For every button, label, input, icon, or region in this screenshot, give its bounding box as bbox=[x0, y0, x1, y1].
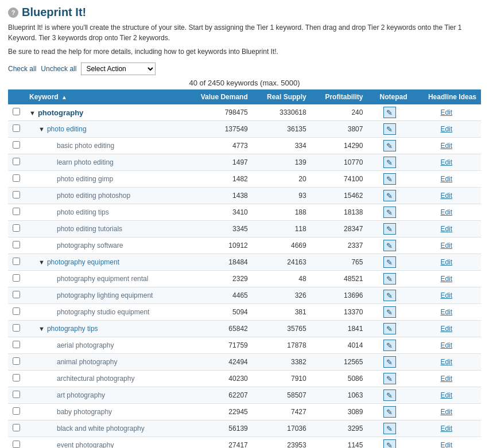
select-action-dropdown[interactable]: Select Action bbox=[81, 63, 156, 75]
keyword-label[interactable]: photo editing photoshop bbox=[29, 192, 130, 200]
row-checkbox[interactable] bbox=[13, 224, 20, 232]
row-checkbox[interactable] bbox=[13, 274, 20, 282]
notepad-icon[interactable]: ✎ bbox=[383, 107, 396, 118]
notepad-icon[interactable]: ✎ bbox=[383, 356, 396, 368]
row-checkbox[interactable] bbox=[13, 424, 20, 431]
edit-link[interactable]: Edit bbox=[440, 158, 452, 166]
keyword-label[interactable]: aerial photography bbox=[29, 341, 114, 349]
edit-link[interactable]: Edit bbox=[440, 175, 452, 183]
row-checkbox[interactable] bbox=[13, 158, 20, 165]
edit-link[interactable]: Edit bbox=[440, 424, 452, 433]
notepad-icon[interactable]: ✎ bbox=[383, 306, 396, 318]
row-checkbox[interactable] bbox=[13, 174, 20, 182]
edit-link[interactable]: Edit bbox=[440, 441, 452, 448]
row-value-demand: 4465 bbox=[185, 287, 253, 304]
row-notepad-cell: ✎ bbox=[367, 138, 412, 154]
row-checkbox[interactable] bbox=[13, 208, 20, 215]
notepad-icon[interactable]: ✎ bbox=[383, 406, 396, 418]
notepad-icon[interactable]: ✎ bbox=[383, 439, 396, 448]
row-checkbox[interactable] bbox=[13, 124, 20, 132]
edit-link[interactable]: Edit bbox=[440, 225, 452, 233]
notepad-icon[interactable]: ✎ bbox=[383, 256, 396, 268]
row-value-demand: 27417 bbox=[185, 437, 253, 449]
edit-link[interactable]: Edit bbox=[440, 291, 452, 299]
notepad-icon[interactable]: ✎ bbox=[383, 389, 396, 401]
notepad-icon[interactable]: ✎ bbox=[383, 123, 396, 135]
notepad-icon[interactable]: ✎ bbox=[383, 173, 396, 185]
notepad-icon[interactable]: ✎ bbox=[383, 240, 396, 251]
notepad-icon[interactable]: ✎ bbox=[383, 323, 396, 334]
edit-link[interactable]: Edit bbox=[440, 358, 452, 366]
notepad-icon[interactable]: ✎ bbox=[383, 157, 396, 168]
keyword-label[interactable]: animal photography bbox=[29, 358, 117, 366]
edit-link[interactable]: Edit bbox=[440, 408, 452, 416]
edit-link[interactable]: Edit bbox=[440, 258, 452, 266]
edit-link[interactable]: Edit bbox=[440, 308, 452, 316]
row-checkbox[interactable] bbox=[13, 441, 20, 448]
keyword-label[interactable]: art photography bbox=[29, 391, 105, 399]
notepad-icon[interactable]: ✎ bbox=[383, 423, 396, 434]
edit-link[interactable]: Edit bbox=[440, 275, 452, 283]
table-header-row: Keyword ▲ Value Demand Real Supply Profi… bbox=[8, 89, 481, 104]
notepad-icon[interactable]: ✎ bbox=[383, 290, 396, 301]
edit-link[interactable]: Edit bbox=[440, 341, 452, 349]
notepad-icon[interactable]: ✎ bbox=[383, 373, 396, 384]
row-profitability: 48521 bbox=[311, 271, 368, 287]
row-headline-ideas-cell: Edit bbox=[412, 221, 482, 237]
notepad-icon[interactable]: ✎ bbox=[383, 340, 396, 351]
keyword-label[interactable]: ▼photography tips bbox=[29, 325, 98, 333]
row-checkbox[interactable] bbox=[13, 407, 20, 415]
keyword-label[interactable]: event photography bbox=[29, 441, 114, 448]
edit-link[interactable]: Edit bbox=[440, 241, 452, 250]
edit-link[interactable]: Edit bbox=[440, 375, 452, 383]
edit-link[interactable]: Edit bbox=[440, 391, 452, 399]
row-profitability: 18138 bbox=[311, 204, 368, 221]
row-real-supply: 334 bbox=[253, 138, 311, 154]
help-icon[interactable]: ? bbox=[8, 7, 18, 18]
keyword-label[interactable]: baby photography bbox=[29, 408, 112, 416]
row-checkbox[interactable] bbox=[13, 324, 20, 332]
keyword-label[interactable]: ▼photography bbox=[29, 108, 83, 117]
notepad-icon[interactable]: ✎ bbox=[383, 223, 396, 235]
keyword-label[interactable]: black and white photography bbox=[29, 424, 145, 433]
row-checkbox[interactable] bbox=[13, 241, 20, 248]
row-checkbox[interactable] bbox=[13, 258, 20, 265]
keyword-label[interactable]: learn photo editing bbox=[29, 158, 114, 166]
notepad-icon[interactable]: ✎ bbox=[383, 190, 396, 201]
edit-link[interactable]: Edit bbox=[440, 192, 452, 200]
row-checkbox[interactable] bbox=[13, 307, 20, 315]
row-checkbox-cell bbox=[8, 204, 25, 221]
check-all-link[interactable]: Check all bbox=[8, 65, 36, 73]
edit-link[interactable]: Edit bbox=[440, 125, 452, 133]
row-notepad-cell: ✎ bbox=[367, 337, 412, 354]
keyword-table: Keyword ▲ Value Demand Real Supply Profi… bbox=[8, 89, 481, 448]
header-keyword[interactable]: Keyword ▲ bbox=[25, 89, 185, 104]
keyword-label[interactable]: ▼photography equipment bbox=[29, 258, 119, 266]
notepad-icon[interactable]: ✎ bbox=[383, 273, 396, 285]
row-checkbox[interactable] bbox=[13, 357, 20, 365]
edit-link[interactable]: Edit bbox=[440, 325, 452, 333]
edit-link[interactable]: Edit bbox=[440, 142, 452, 150]
keyword-label[interactable]: photo editing gimp bbox=[29, 175, 113, 183]
keyword-label[interactable]: photo editing tips bbox=[29, 208, 109, 216]
edit-link[interactable]: Edit bbox=[440, 108, 452, 116]
row-checkbox[interactable] bbox=[13, 108, 20, 115]
row-checkbox[interactable] bbox=[13, 141, 20, 149]
keyword-label[interactable]: photo editing tutorials bbox=[29, 225, 122, 233]
keyword-label[interactable]: architectural photography bbox=[29, 375, 134, 383]
row-checkbox[interactable] bbox=[13, 374, 20, 381]
uncheck-all-link[interactable]: Uncheck all bbox=[41, 65, 76, 73]
edit-link[interactable]: Edit bbox=[440, 208, 452, 216]
keyword-label[interactable]: basic photo editing bbox=[29, 142, 114, 150]
keyword-label[interactable]: photography software bbox=[29, 241, 123, 250]
row-checkbox[interactable] bbox=[13, 191, 20, 198]
keyword-label[interactable]: photography equipment rental bbox=[29, 275, 148, 283]
row-checkbox[interactable] bbox=[13, 341, 20, 348]
keyword-label[interactable]: photography studio equipment bbox=[29, 308, 149, 316]
row-checkbox[interactable] bbox=[13, 291, 20, 298]
row-checkbox[interactable] bbox=[13, 391, 20, 398]
notepad-icon[interactable]: ✎ bbox=[383, 140, 396, 151]
keyword-label[interactable]: ▼photo editing bbox=[29, 125, 87, 133]
notepad-icon[interactable]: ✎ bbox=[383, 207, 396, 218]
keyword-label[interactable]: photography lighting equipment bbox=[29, 291, 153, 299]
